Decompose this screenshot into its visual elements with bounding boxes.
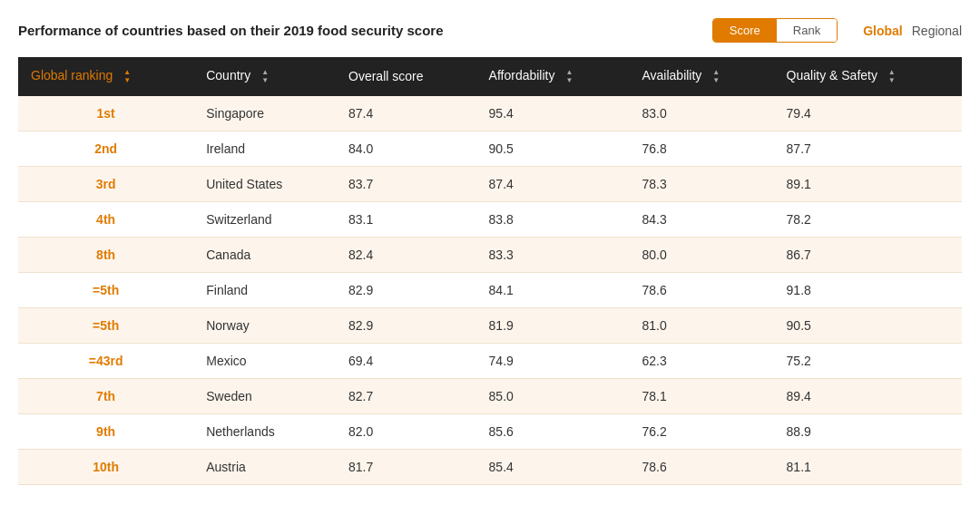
table-row: =5thNorway82.981.981.090.5 [18,307,962,343]
cell-country: United States [193,166,336,201]
cell-country: Norway [193,307,336,343]
cell-country: Netherlands [193,413,336,449]
cell-overall: 82.4 [336,237,476,272]
table-row: 3rdUnited States83.787.478.389.1 [18,166,962,201]
page-title: Performance of countries based on their … [18,23,712,38]
table-row: 2ndIreland84.090.576.887.7 [18,131,962,166]
col-header-ranking[interactable]: Global ranking ▲▼ [18,57,193,96]
sort-icon-country: ▲▼ [258,69,269,85]
cell-affordability: 74.9 [476,343,630,378]
regional-view-button[interactable]: Regional [912,24,962,38]
cell-ranking: 7th [18,378,193,413]
col-header-availability[interactable]: Availability ▲▼ [629,57,773,96]
cell-availability: 78.6 [629,449,773,484]
table-body: 1stSingapore87.495.483.079.42ndIreland84… [18,96,962,485]
table-row: 1stSingapore87.495.483.079.4 [18,96,962,131]
cell-availability: 78.6 [629,272,773,307]
col-header-affordability[interactable]: Affordability ▲▼ [476,57,630,96]
page-container: Performance of countries based on their … [18,18,962,485]
cell-affordability: 85.6 [476,413,630,449]
table-row: 8thCanada82.483.380.086.7 [18,237,962,272]
cell-quality: 75.2 [774,343,962,378]
cell-overall: 83.7 [336,166,476,201]
cell-overall: 81.7 [336,449,476,484]
col-header-overall[interactable]: Overall score [336,57,476,96]
cell-affordability: 83.8 [476,201,630,237]
sort-icon-availability: ▲▼ [709,69,720,85]
cell-country: Ireland [193,131,336,166]
cell-quality: 87.7 [774,131,962,166]
sort-icon-quality: ▲▼ [885,69,896,85]
cell-country: Austria [193,449,336,484]
score-button[interactable]: Score [713,19,777,42]
cell-availability: 76.8 [629,131,773,166]
col-header-quality[interactable]: Quality & Safety ▲▼ [774,57,962,96]
cell-overall: 82.9 [336,307,476,343]
cell-affordability: 95.4 [476,96,630,131]
cell-availability: 62.3 [629,343,773,378]
cell-quality: 86.7 [774,237,962,272]
cell-ranking: =43rd [18,343,193,378]
table-row: 4thSwitzerland83.183.884.378.2 [18,201,962,237]
table-row: 10thAustria81.785.478.681.1 [18,449,962,484]
cell-ranking: 2nd [18,131,193,166]
cell-affordability: 81.9 [476,307,630,343]
cell-country: Singapore [193,96,336,131]
cell-country: Finland [193,272,336,307]
cell-quality: 91.8 [774,272,962,307]
cell-affordability: 85.0 [476,378,630,413]
cell-availability: 76.2 [629,413,773,449]
cell-ranking: 3rd [18,166,193,201]
cell-ranking: 10th [18,449,193,484]
view-toggle: Global Regional [863,24,962,38]
score-rank-toggle: Score Rank [712,18,838,43]
table-header: Global ranking ▲▼ Country ▲▼ Overall sco… [18,57,962,96]
cell-quality: 88.9 [774,413,962,449]
table-row: =5thFinland82.984.178.691.8 [18,272,962,307]
cell-availability: 84.3 [629,201,773,237]
cell-ranking: 4th [18,201,193,237]
cell-affordability: 83.3 [476,237,630,272]
global-view-button[interactable]: Global [863,24,903,38]
sort-icon-affordability: ▲▼ [562,69,573,85]
table-row: 7thSweden82.785.078.189.4 [18,378,962,413]
cell-affordability: 84.1 [476,272,630,307]
cell-overall: 87.4 [336,96,476,131]
cell-affordability: 87.4 [476,166,630,201]
cell-country: Mexico [193,343,336,378]
table-row: =43rdMexico69.474.962.375.2 [18,343,962,378]
cell-availability: 78.3 [629,166,773,201]
cell-quality: 78.2 [774,201,962,237]
cell-country: Sweden [193,378,336,413]
table-row: 9thNetherlands82.085.676.288.9 [18,413,962,449]
cell-ranking: 9th [18,413,193,449]
cell-availability: 83.0 [629,96,773,131]
cell-country: Canada [193,237,336,272]
cell-quality: 90.5 [774,307,962,343]
top-bar: Performance of countries based on their … [18,18,962,43]
data-table: Global ranking ▲▼ Country ▲▼ Overall sco… [18,57,962,485]
cell-quality: 89.4 [774,378,962,413]
cell-country: Switzerland [193,201,336,237]
cell-overall: 83.1 [336,201,476,237]
cell-overall: 84.0 [336,131,476,166]
cell-quality: 81.1 [774,449,962,484]
cell-affordability: 90.5 [476,131,630,166]
sort-icon-ranking: ▲▼ [120,69,131,85]
cell-overall: 82.0 [336,413,476,449]
cell-overall: 82.7 [336,378,476,413]
cell-availability: 80.0 [629,237,773,272]
col-header-country[interactable]: Country ▲▼ [193,57,336,96]
cell-ranking: 8th [18,237,193,272]
cell-ranking: =5th [18,307,193,343]
cell-overall: 82.9 [336,272,476,307]
rank-button[interactable]: Rank [777,19,837,42]
cell-ranking: =5th [18,272,193,307]
cell-quality: 79.4 [774,96,962,131]
cell-availability: 81.0 [629,307,773,343]
cell-affordability: 85.4 [476,449,630,484]
cell-ranking: 1st [18,96,193,131]
cell-availability: 78.1 [629,378,773,413]
cell-quality: 89.1 [774,166,962,201]
cell-overall: 69.4 [336,343,476,378]
